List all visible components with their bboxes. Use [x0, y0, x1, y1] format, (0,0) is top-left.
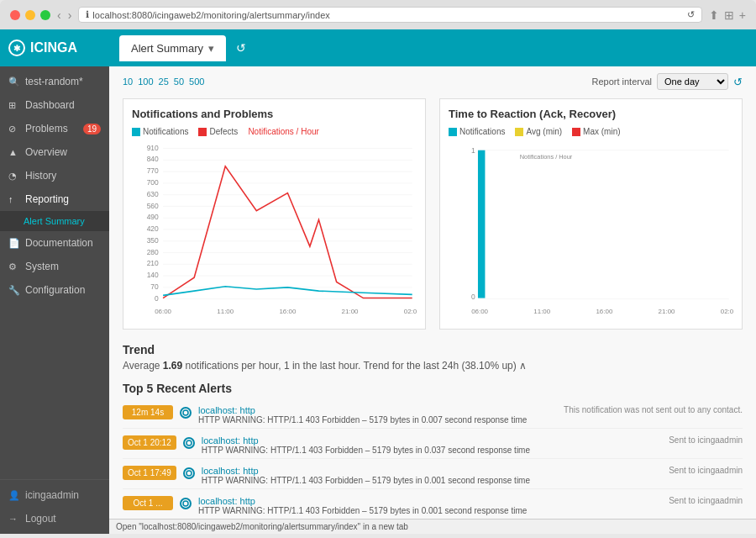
avg-legend-label: Avg (min): [526, 127, 562, 136]
sidebar-item-dashboard[interactable]: ⊞ Dashboard: [0, 93, 109, 117]
svg-text:700: 700: [147, 178, 159, 187]
add-tab-icon[interactable]: +: [739, 8, 746, 22]
alert-details-2: localhost: http HTTP WARNING: HTTP/1.1 4…: [202, 466, 662, 485]
alert-msg-1: HTTP WARNING: HTTP/1.1 403 Forbidden – 5…: [202, 446, 662, 455]
legend-max: Max (min): [572, 127, 620, 136]
content-refresh-icon[interactable]: ↺: [733, 76, 743, 88]
user-icon: 🔍: [8, 76, 20, 87]
chart2-legend: Notifications Avg (min) Max (min): [449, 127, 733, 136]
report-interval: Report interval One day One week One mon…: [591, 73, 743, 90]
overview-icon: ▲: [8, 147, 20, 157]
share-icon[interactable]: ⬆: [709, 8, 719, 22]
sidebar-user-label: test-random*: [25, 76, 83, 87]
active-tab[interactable]: Alert Summary ▾: [119, 35, 226, 61]
notif2-legend-label: Notifications: [459, 127, 505, 136]
report-interval-label: Report interval: [591, 76, 652, 87]
top-bar: Alert Summary ▾ ↺: [109, 29, 756, 66]
trend-title: Trend: [123, 343, 743, 356]
dashboard-icon: ⊞: [8, 100, 20, 111]
sidebar-item-icingaadmin[interactable]: 👤 icingaadmin: [0, 483, 109, 507]
sidebar-item-system[interactable]: ⚙ System: [0, 255, 109, 278]
legend-avg: Avg (min): [515, 127, 562, 136]
url-bottom-text: Open "localhost:8080/icingaweb2/monitori…: [116, 522, 408, 531]
sidebar-item-documentation[interactable]: 📄 Documentation: [0, 231, 109, 255]
back-button[interactable]: ‹: [57, 8, 61, 22]
alert-msg-0: HTTP WARNING: HTTP/1.1 403 Forbidden – 5…: [198, 415, 557, 425]
alert-sent-2: Sent to icingaadmin: [669, 466, 743, 475]
svg-text:490: 490: [147, 213, 159, 221]
alert-host-2[interactable]: localhost: http: [202, 466, 662, 476]
sidebar-nav: 🔍 test-random* ⊞ Dashboard ⊘ Problems 19…: [0, 66, 109, 479]
new-tab-icon[interactable]: ⊞: [724, 8, 734, 22]
sidebar-history-label: History: [25, 170, 56, 182]
forward-button[interactable]: ›: [68, 8, 72, 22]
host-icon-1: [183, 437, 195, 449]
notif2-legend-dot: [449, 128, 457, 136]
page-50[interactable]: 50: [174, 76, 184, 87]
legend-notif-hour: Notifications / Hour: [248, 127, 318, 136]
svg-text:1: 1: [471, 146, 475, 155]
page-25[interactable]: 25: [159, 76, 169, 87]
notifications-legend-dot: [132, 128, 140, 136]
svg-point-44: [183, 410, 188, 415]
chart2-title: Time to Reaction (Ack, Recover): [449, 108, 733, 120]
sidebar-item-overview[interactable]: ▲ Overview: [0, 140, 109, 164]
page-500[interactable]: 500: [189, 76, 204, 87]
reload-icon[interactable]: ↺: [687, 9, 695, 20]
trend-last-hour: 1: [284, 360, 290, 372]
close-button[interactable]: [10, 10, 20, 20]
content-area: 10 100 25 50 500 Report interval One day…: [109, 66, 756, 519]
app-container: ✱ ICINGA 🔍 test-random* ⊞ Dashboard ⊘ Pr…: [0, 29, 756, 534]
svg-text:0: 0: [155, 294, 159, 303]
refresh-icon[interactable]: ↺: [236, 41, 246, 55]
toolbar-row: 10 100 25 50 500 Report interval One day…: [123, 73, 743, 90]
svg-point-46: [186, 471, 192, 476]
alert-details-1: localhost: http HTTP WARNING: HTTP/1.1 4…: [202, 435, 662, 455]
page-100[interactable]: 100: [138, 76, 153, 87]
reporting-icon: ↑: [8, 194, 20, 204]
sidebar-item-problems[interactable]: ⊘ Problems 19: [0, 117, 109, 140]
logo-text: ICINGA: [30, 40, 77, 55]
alert-sent-1: Sent to icingaadmin: [669, 435, 743, 445]
sidebar-logout-label: Logout: [25, 513, 56, 525]
svg-text:350: 350: [147, 236, 159, 245]
logo-icon: ✱: [8, 40, 25, 56]
alert-row-3: Oct 1 ... localhost: http HTTP WARNING: …: [123, 493, 743, 519]
chart1-legend: Notifications Defects Notifications / Ho…: [132, 127, 417, 136]
svg-text:16:00: 16:00: [279, 308, 296, 315]
chart-notifications: Notifications and Problems Notifications…: [123, 98, 426, 330]
alert-row-1: Oct 1 20:12 localhost: http HTTP WARNING…: [123, 432, 743, 459]
chart-reaction: Time to Reaction (Ack, Recover) Notifica…: [439, 98, 743, 330]
svg-text:70: 70: [150, 282, 159, 291]
alert-host-3[interactable]: localhost: http: [198, 496, 662, 506]
sidebar-item-history[interactable]: ◔ History: [0, 164, 109, 187]
page-10[interactable]: 10: [123, 76, 133, 87]
alert-host-1[interactable]: localhost: http: [202, 435, 662, 446]
svg-text:770: 770: [147, 166, 159, 175]
pagination-links: 10 100 25 50 500: [123, 76, 204, 87]
tab-dropdown-icon[interactable]: ▾: [208, 42, 214, 55]
host-icon-3: [180, 498, 192, 509]
alert-host-0[interactable]: localhost: http: [198, 405, 557, 415]
minimize-button[interactable]: [25, 10, 35, 20]
alerts-section: Top 5 Recent Alerts 12m 14s localhost: h…: [123, 382, 743, 519]
host-icon-2: [183, 467, 195, 479]
window-chrome: ‹ › ℹ localhost:8080/icingaweb2/monitori…: [0, 0, 756, 29]
sidebar-item-configuration[interactable]: 🔧 Configuration: [0, 278, 109, 302]
svg-text:06:00: 06:00: [155, 308, 171, 315]
configuration-icon: 🔧: [8, 285, 20, 296]
svg-point-45: [186, 440, 192, 446]
report-interval-select[interactable]: One day One week One month: [657, 73, 728, 90]
sidebar-item-reporting[interactable]: ↑ Reporting: [0, 187, 109, 211]
alert-details-3: localhost: http HTTP WARNING: HTTP/1.1 4…: [198, 496, 662, 515]
documentation-icon: 📄: [8, 238, 20, 249]
sidebar-item-alert-summary[interactable]: Alert Summary: [0, 211, 109, 231]
sidebar-admin-label: icingaadmin: [25, 489, 79, 501]
sidebar-documentation-label: Documentation: [25, 237, 93, 249]
alert-badge-3: Oct 1 ...: [123, 496, 173, 510]
sidebar: ✱ ICINGA 🔍 test-random* ⊞ Dashboard ⊘ Pr…: [0, 29, 109, 534]
maximize-button[interactable]: [40, 10, 50, 20]
address-bar[interactable]: ℹ localhost:8080/icingaweb2/monitoring/a…: [78, 7, 701, 23]
defects-legend-label: Defects: [209, 127, 238, 136]
sidebar-item-logout[interactable]: → Logout: [0, 507, 109, 530]
